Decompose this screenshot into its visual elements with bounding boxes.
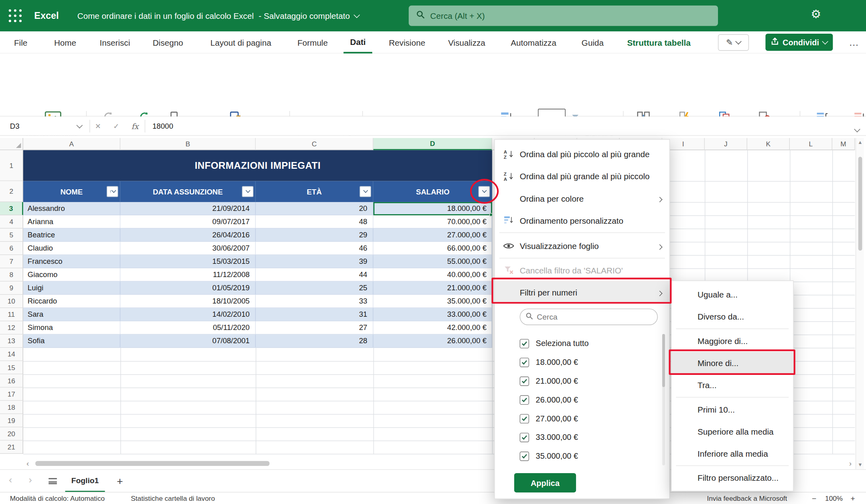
filter-dropdown-nome[interactable]: ↑ [107, 186, 118, 197]
next-sheet-icon[interactable]: › [29, 474, 32, 486]
table-row[interactable]: Claudio30/06/20074666.000,00 € [23, 242, 492, 255]
filter-search[interactable] [520, 309, 658, 325]
cell-date[interactable]: 07/08/2001 [120, 334, 256, 347]
cell-date[interactable]: 15/03/2015 [120, 255, 256, 268]
prev-sheet-icon[interactable]: ‹ [9, 474, 12, 486]
cell-date[interactable]: 30/06/2007 [120, 242, 256, 255]
cell-name[interactable]: Riccardo [23, 295, 120, 308]
name-box[interactable]: D3 [4, 119, 87, 134]
submenu-less-than[interactable]: Minore di... [671, 352, 793, 374]
cell-salary[interactable]: 42.000,00 € [373, 321, 492, 334]
app-name[interactable]: Excel [34, 0, 59, 31]
filter-value[interactable]: 18.000,00 € [520, 353, 578, 372]
checkbox-checked-icon[interactable] [520, 414, 529, 423]
cell-name[interactable]: Arianna [23, 215, 120, 228]
cell-age[interactable]: 39 [256, 255, 373, 268]
sheet-tab-foglio1[interactable]: Foglio1 [65, 470, 105, 492]
cell-age[interactable]: 33 [256, 295, 373, 308]
filter-value[interactable]: 33.000,00 € [520, 428, 578, 447]
column-header-a[interactable]: A [23, 138, 120, 150]
document-title[interactable]: Come ordinare i dati in un foglio di cal… [77, 11, 254, 20]
row-header-14[interactable]: 14 [0, 348, 23, 361]
table-row[interactable]: Francesco15/03/20153955.000,00 € [23, 255, 492, 268]
checkbox-checked-icon[interactable] [520, 451, 529, 461]
tab-inserisci[interactable]: Inserisci [94, 31, 136, 53]
column-header-k[interactable]: K [747, 138, 790, 150]
cell-date[interactable]: 09/07/2017 [120, 215, 256, 228]
share-button[interactable]: Condividi [765, 34, 833, 51]
checkbox-checked-icon[interactable] [520, 433, 529, 442]
column-header-m[interactable]: M [832, 138, 855, 150]
column-header-b[interactable]: B [120, 138, 256, 150]
workbook-statistics[interactable]: Statistiche cartella di lavoro [131, 492, 215, 504]
cell-age[interactable]: 25 [256, 281, 373, 294]
tab-home[interactable]: Home [49, 31, 82, 53]
cell-name[interactable]: Francesco [23, 255, 120, 268]
add-sheet-button[interactable]: + [112, 470, 128, 492]
tab-revisione[interactable]: Revisione [384, 31, 430, 53]
table-row[interactable]: Sara14/02/20103133.000,00 € [23, 308, 492, 321]
cell-age[interactable]: 20 [256, 202, 373, 215]
filter-value[interactable]: 21.000,00 € [520, 372, 578, 391]
row-header-5[interactable]: 5 [0, 229, 23, 242]
row-header-2[interactable]: 2 [0, 181, 23, 202]
header-salario[interactable]: SALARIO [373, 181, 492, 202]
zoom-out-button[interactable]: − [812, 492, 816, 504]
header-eta[interactable]: ETÀ [256, 181, 373, 202]
filter-value[interactable]: 26.000,00 € [520, 390, 578, 409]
cell-salary[interactable]: 35.000,00 € [373, 295, 492, 308]
insert-function-icon[interactable]: fx [131, 122, 138, 131]
table-row[interactable]: Simona05/11/20202742.000,00 € [23, 321, 492, 334]
submenu-top-10[interactable]: Primi 10... [671, 398, 793, 420]
cell-name[interactable]: Luigi [23, 281, 120, 294]
cell-salary[interactable]: 26.000,00 € [373, 334, 492, 347]
cancel-entry-icon[interactable]: ✕ [95, 122, 101, 130]
cell-salary[interactable]: 70.000,00 € [373, 215, 492, 228]
submenu-equals[interactable]: Uguale a... [671, 283, 793, 305]
row-header-21[interactable]: 21 [0, 441, 23, 454]
submenu-below-average[interactable]: Inferiore alla media [671, 442, 793, 464]
menu-sort-by-color[interactable]: Ordina per colore [495, 187, 669, 209]
filter-dropdown-data[interactable] [242, 186, 254, 197]
cell-date[interactable]: 11/12/2008 [120, 268, 256, 281]
cell-age[interactable]: 28 [256, 334, 373, 347]
save-status-chevron-icon[interactable] [354, 12, 360, 18]
tab-file[interactable]: File [8, 31, 33, 53]
vertical-scrollbar-thumb[interactable] [858, 157, 862, 251]
checkbox-checked-icon[interactable] [520, 339, 529, 348]
column-header-l[interactable]: L [790, 138, 832, 150]
row-header-3[interactable]: 3 [0, 202, 23, 215]
menu-sheet-view[interactable]: Visualizzazione foglio [495, 235, 669, 257]
table-row[interactable]: Luigi01/05/20192521.000,00 € [23, 281, 492, 295]
confirm-entry-icon[interactable]: ✓ [113, 122, 119, 130]
row-header-4[interactable]: 4 [0, 215, 23, 229]
cell-salary[interactable]: 40.000,00 € [373, 268, 492, 281]
zoom-in-button[interactable]: + [850, 492, 855, 504]
row-header-7[interactable]: 7 [0, 255, 23, 268]
vertical-scrollbar[interactable]: ▲ ▼ [856, 138, 864, 469]
cell-date[interactable]: 01/05/2019 [120, 281, 256, 294]
row-header-17[interactable]: 17 [0, 388, 23, 401]
filter-value-select-all[interactable]: Seleziona tutto [520, 334, 589, 353]
table-row[interactable]: Beatrice26/04/20162927.000,00 € [23, 229, 492, 242]
tab-visualizza[interactable]: Visualizza [442, 31, 492, 53]
tab-dati[interactable]: Dati [343, 31, 372, 53]
cell-date[interactable]: 14/02/2010 [120, 308, 256, 321]
more-commands-button[interactable]: … [846, 35, 862, 50]
cell-salary[interactable]: 21.000,00 € [373, 281, 492, 294]
cell-age[interactable]: 46 [256, 242, 373, 255]
cell-name[interactable]: Simona [23, 321, 120, 334]
cell-name[interactable]: Giacomo [23, 268, 120, 281]
scroll-left-icon[interactable]: ‹ [26, 459, 29, 468]
cell-salary[interactable]: 55.000,00 € [373, 255, 492, 268]
checkbox-checked-icon[interactable] [520, 376, 529, 385]
app-launcher-icon[interactable] [8, 8, 22, 26]
cell-name[interactable]: Sofia [23, 334, 120, 347]
row-header-16[interactable]: 16 [0, 374, 23, 388]
submenu-custom-filter[interactable]: Filtro personalizzato... [671, 466, 793, 488]
filter-value[interactable]: 27.000,00 € [520, 409, 578, 428]
cell-date[interactable]: 26/04/2016 [120, 229, 256, 241]
formula-content[interactable]: 18000 [152, 117, 173, 136]
menu-sort-largest[interactable]: ZA Ordina dal più grande al più piccolo [495, 165, 669, 187]
feedback-link[interactable]: Invia feedback a Microsoft [707, 492, 787, 504]
